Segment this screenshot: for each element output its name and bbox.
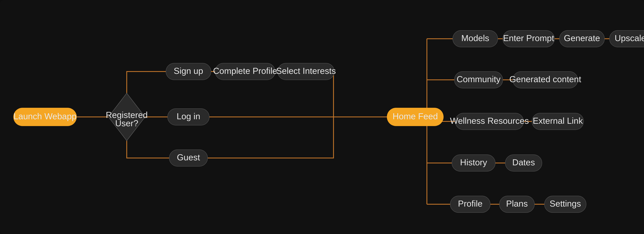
settings-label: Settings bbox=[550, 199, 581, 208]
diagram-container: Launch Webapp Registered User? Sign up C… bbox=[0, 0, 644, 234]
profile-label: Profile bbox=[458, 199, 482, 208]
generated-content-label: Generated content bbox=[510, 74, 581, 84]
models-label: Models bbox=[461, 33, 489, 43]
sign-up-label: Sign up bbox=[174, 66, 203, 76]
enter-prompt-label: Enter Prompt bbox=[503, 33, 554, 43]
external-link-label: External Link bbox=[533, 116, 583, 125]
svg-text:User?: User? bbox=[115, 118, 138, 128]
community-label: Community bbox=[457, 74, 500, 84]
wellness-resources-label: Wellness Resources bbox=[450, 116, 529, 125]
guest-label: Guest bbox=[177, 152, 200, 162]
history-label: History bbox=[460, 157, 487, 167]
plans-label: Plans bbox=[506, 199, 528, 208]
launch-webapp-label: Launch Webapp bbox=[14, 112, 76, 121]
generate-label: Generate bbox=[564, 33, 600, 43]
upscale-label: Upscale bbox=[615, 33, 644, 43]
log-in-label: Log in bbox=[176, 112, 200, 121]
complete-profile-label: Complete Profile bbox=[213, 66, 277, 76]
select-interests-label: Select Interests bbox=[276, 66, 336, 76]
home-feed-label: Home Feed bbox=[392, 112, 438, 121]
dates-label: Dates bbox=[512, 157, 535, 167]
